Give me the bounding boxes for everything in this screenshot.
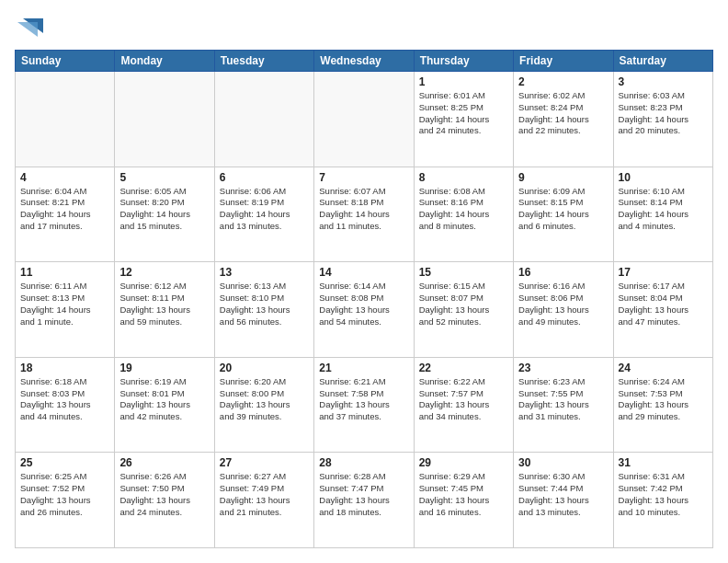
header [15, 15, 713, 40]
day-info: Sunrise: 6:05 AM Sunset: 8:20 PM Dayligh… [119, 186, 209, 233]
weekday-header-friday: Friday [514, 51, 613, 72]
day-number: 20 [220, 362, 309, 374]
day-number: 2 [518, 75, 608, 88]
day-info: Sunrise: 6:13 AM Sunset: 8:10 PM Dayligh… [220, 281, 309, 327]
day-number: 7 [319, 171, 408, 184]
day-number: 25 [20, 456, 109, 469]
day-info: Sunrise: 6:17 AM Sunset: 8:04 PM Dayligh… [619, 281, 708, 327]
day-number: 17 [619, 266, 708, 279]
calendar-cell: 9Sunrise: 6:09 AM Sunset: 8:15 PM Daylig… [514, 167, 613, 262]
day-info: Sunrise: 6:28 AM Sunset: 7:47 PM Dayligh… [319, 471, 408, 518]
calendar-cell: 24Sunrise: 6:24 AM Sunset: 7:53 PM Dayli… [613, 357, 712, 453]
calendar-cell: 17Sunrise: 6:17 AM Sunset: 8:04 PM Dayli… [613, 262, 712, 358]
calendar-cell: 21Sunrise: 6:21 AM Sunset: 7:58 PM Dayli… [314, 357, 414, 453]
day-number: 29 [419, 456, 508, 469]
calendar-cell: 27Sunrise: 6:27 AM Sunset: 7:49 PM Dayli… [214, 453, 313, 548]
day-info: Sunrise: 6:15 AM Sunset: 8:07 PM Dayligh… [419, 281, 508, 327]
day-info: Sunrise: 6:16 AM Sunset: 8:06 PM Dayligh… [518, 281, 608, 327]
day-info: Sunrise: 6:03 AM Sunset: 8:23 PM Dayligh… [619, 90, 708, 137]
day-number: 24 [619, 362, 708, 374]
calendar-cell: 6Sunrise: 6:06 AM Sunset: 8:19 PM Daylig… [214, 167, 313, 262]
weekday-header-thursday: Thursday [414, 51, 513, 72]
calendar-week-5: 25Sunrise: 6:25 AM Sunset: 7:52 PM Dayli… [16, 453, 713, 548]
calendar-cell: 12Sunrise: 6:12 AM Sunset: 8:11 PM Dayli… [115, 262, 214, 358]
day-number: 3 [619, 75, 708, 88]
calendar-cell: 8Sunrise: 6:08 AM Sunset: 8:16 PM Daylig… [414, 167, 513, 262]
day-number: 8 [419, 171, 508, 184]
day-number: 21 [319, 362, 408, 374]
day-number: 30 [518, 456, 608, 469]
day-number: 26 [119, 456, 209, 469]
logo-icon [17, 15, 47, 40]
calendar-cell: 3Sunrise: 6:03 AM Sunset: 8:23 PM Daylig… [613, 72, 712, 167]
day-number: 4 [20, 171, 109, 184]
calendar-cell: 20Sunrise: 6:20 AM Sunset: 8:00 PM Dayli… [214, 357, 313, 453]
day-info: Sunrise: 6:22 AM Sunset: 7:57 PM Dayligh… [419, 376, 508, 423]
day-number: 16 [518, 266, 608, 279]
weekday-row: SundayMondayTuesdayWednesdayThursdayFrid… [16, 51, 713, 72]
day-number: 10 [619, 171, 708, 184]
day-info: Sunrise: 6:30 AM Sunset: 7:44 PM Dayligh… [518, 471, 608, 518]
calendar-cell: 26Sunrise: 6:26 AM Sunset: 7:50 PM Dayli… [115, 453, 214, 548]
day-info: Sunrise: 6:20 AM Sunset: 8:00 PM Dayligh… [220, 376, 309, 423]
day-info: Sunrise: 6:14 AM Sunset: 8:08 PM Dayligh… [319, 281, 408, 327]
day-number: 28 [319, 456, 408, 469]
day-number: 14 [319, 266, 408, 279]
calendar-cell: 4Sunrise: 6:04 AM Sunset: 8:21 PM Daylig… [16, 167, 115, 262]
day-number: 27 [220, 456, 309, 469]
calendar-week-1: 1Sunrise: 6:01 AM Sunset: 8:25 PM Daylig… [16, 72, 713, 167]
day-info: Sunrise: 6:23 AM Sunset: 7:55 PM Dayligh… [518, 376, 608, 423]
logo [15, 15, 47, 40]
day-info: Sunrise: 6:24 AM Sunset: 7:53 PM Dayligh… [619, 376, 708, 423]
calendar-cell: 14Sunrise: 6:14 AM Sunset: 8:08 PM Dayli… [314, 262, 414, 358]
day-number: 23 [518, 362, 608, 374]
calendar-week-2: 4Sunrise: 6:04 AM Sunset: 8:21 PM Daylig… [16, 167, 713, 262]
day-info: Sunrise: 6:08 AM Sunset: 8:16 PM Dayligh… [419, 186, 508, 233]
day-info: Sunrise: 6:07 AM Sunset: 8:18 PM Dayligh… [319, 186, 408, 233]
calendar-cell: 16Sunrise: 6:16 AM Sunset: 8:06 PM Dayli… [514, 262, 613, 358]
day-number: 18 [20, 362, 109, 374]
calendar-cell: 10Sunrise: 6:10 AM Sunset: 8:14 PM Dayli… [613, 167, 712, 262]
day-number: 6 [220, 171, 309, 184]
day-number: 12 [119, 266, 209, 279]
calendar-cell: 1Sunrise: 6:01 AM Sunset: 8:25 PM Daylig… [414, 72, 513, 167]
calendar-cell: 18Sunrise: 6:18 AM Sunset: 8:03 PM Dayli… [16, 357, 115, 453]
calendar-cell [16, 72, 115, 167]
day-info: Sunrise: 6:27 AM Sunset: 7:49 PM Dayligh… [220, 471, 309, 518]
calendar-week-4: 18Sunrise: 6:18 AM Sunset: 8:03 PM Dayli… [16, 357, 713, 453]
day-info: Sunrise: 6:02 AM Sunset: 8:24 PM Dayligh… [518, 90, 608, 137]
day-info: Sunrise: 6:12 AM Sunset: 8:11 PM Dayligh… [119, 281, 209, 327]
weekday-header-wednesday: Wednesday [314, 51, 414, 72]
calendar-cell [214, 72, 313, 167]
calendar-cell: 31Sunrise: 6:31 AM Sunset: 7:42 PM Dayli… [613, 453, 712, 548]
day-info: Sunrise: 6:29 AM Sunset: 7:45 PM Dayligh… [419, 471, 508, 518]
day-number: 9 [518, 171, 608, 184]
day-info: Sunrise: 6:26 AM Sunset: 7:50 PM Dayligh… [119, 471, 209, 518]
calendar-body: 1Sunrise: 6:01 AM Sunset: 8:25 PM Daylig… [16, 72, 713, 548]
day-number: 19 [119, 362, 209, 374]
calendar-header: SundayMondayTuesdayWednesdayThursdayFrid… [16, 51, 713, 72]
weekday-header-monday: Monday [115, 51, 214, 72]
day-number: 5 [119, 171, 209, 184]
calendar-cell: 28Sunrise: 6:28 AM Sunset: 7:47 PM Dayli… [314, 453, 414, 548]
calendar-table: SundayMondayTuesdayWednesdayThursdayFrid… [15, 50, 713, 548]
weekday-header-tuesday: Tuesday [214, 51, 313, 72]
day-info: Sunrise: 6:21 AM Sunset: 7:58 PM Dayligh… [319, 376, 408, 423]
day-info: Sunrise: 6:10 AM Sunset: 8:14 PM Dayligh… [619, 186, 708, 233]
day-number: 15 [419, 266, 508, 279]
calendar-cell: 7Sunrise: 6:07 AM Sunset: 8:18 PM Daylig… [314, 167, 414, 262]
day-number: 31 [619, 456, 708, 469]
calendar-cell [115, 72, 214, 167]
page: SundayMondayTuesdayWednesdayThursdayFrid… [0, 0, 728, 563]
calendar-cell: 2Sunrise: 6:02 AM Sunset: 8:24 PM Daylig… [514, 72, 613, 167]
day-info: Sunrise: 6:01 AM Sunset: 8:25 PM Dayligh… [419, 90, 508, 137]
calendar-cell: 30Sunrise: 6:30 AM Sunset: 7:44 PM Dayli… [514, 453, 613, 548]
day-info: Sunrise: 6:11 AM Sunset: 8:13 PM Dayligh… [20, 281, 109, 327]
day-number: 1 [419, 75, 508, 88]
day-info: Sunrise: 6:04 AM Sunset: 8:21 PM Dayligh… [20, 186, 109, 233]
calendar-cell: 29Sunrise: 6:29 AM Sunset: 7:45 PM Dayli… [414, 453, 513, 548]
day-number: 11 [20, 266, 109, 279]
calendar-cell: 5Sunrise: 6:05 AM Sunset: 8:20 PM Daylig… [115, 167, 214, 262]
day-info: Sunrise: 6:06 AM Sunset: 8:19 PM Dayligh… [220, 186, 309, 233]
calendar-cell: 23Sunrise: 6:23 AM Sunset: 7:55 PM Dayli… [514, 357, 613, 453]
